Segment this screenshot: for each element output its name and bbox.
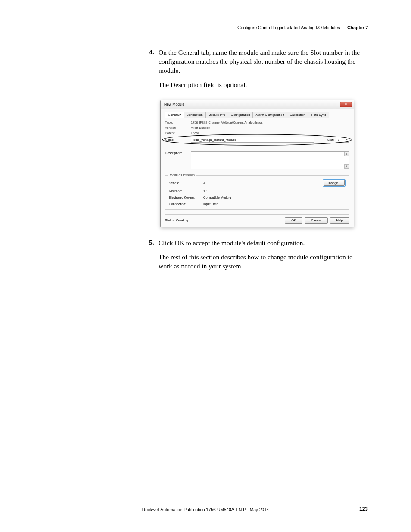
scroll-down-icon[interactable]: ▼: [344, 164, 349, 169]
parent-value: Local: [191, 131, 199, 135]
scroll-up-icon[interactable]: ▲: [344, 152, 349, 156]
new-module-dialog: New Module X General* Connection Module …: [160, 100, 354, 227]
series-label: Series:: [169, 181, 203, 185]
close-icon[interactable]: X: [340, 102, 352, 107]
tab-time-sync[interactable]: Time Sync: [308, 112, 329, 118]
name-label: Name:: [165, 138, 191, 142]
tab-general[interactable]: General*: [165, 112, 184, 118]
vendor-row: Vendor: Allen-Bradley: [165, 126, 349, 130]
change-button[interactable]: Change ...: [324, 180, 345, 186]
keying-value: Compatible Module: [203, 196, 346, 199]
name-slot-callout: Name: Slot: 1 ▼: [162, 136, 352, 143]
step-5-text: Click OK to accept the module's default …: [159, 239, 368, 248]
step-5-subtext: The rest of this section describes how t…: [159, 253, 368, 271]
help-button[interactable]: Help: [330, 217, 349, 224]
revision-value: 1.1: [203, 189, 346, 193]
module-definition-group: Module Definition Series: A Change ... R…: [165, 175, 349, 210]
vendor-label: Vendor:: [165, 126, 191, 130]
running-header: Configure ControlLogix Isolated Analog I…: [237, 25, 368, 30]
step-5-number: 5.: [149, 239, 154, 246]
step-5: 5. Click OK to accept the module's defau…: [159, 239, 368, 271]
connection-value: Input Data: [203, 202, 346, 206]
description-label: Description:: [165, 151, 191, 169]
vendor-value: Allen-Bradley: [191, 126, 210, 130]
step-4: 4. On the General tab, name the module a…: [159, 48, 368, 90]
dialog-tabs: General* Connection Module Info Configur…: [165, 112, 349, 118]
description-row: Description: ▲ ▼: [165, 151, 349, 169]
type-label: Type:: [165, 121, 191, 124]
tab-alarm-configuration[interactable]: Alarm Configuration: [252, 112, 287, 118]
step-4-text: On the General tab, name the module and …: [159, 48, 368, 75]
tab-calibration[interactable]: Calibration: [287, 112, 308, 118]
dialog-titlebar: New Module X: [161, 100, 354, 109]
description-textarea[interactable]: ▲ ▼: [191, 151, 349, 169]
tab-module-info[interactable]: Module Info: [206, 112, 228, 118]
tab-connection[interactable]: Connection: [184, 112, 206, 118]
step-4-number: 4.: [149, 48, 154, 56]
publication-footer: Rockwell Automation Publication 1756-UM5…: [0, 507, 411, 512]
type-value: 1756-IF8I 8 Channel Voltage/Current Anal…: [191, 121, 262, 124]
chevron-down-icon: ▼: [346, 138, 348, 141]
status-text: Status: Creating: [165, 218, 188, 222]
dialog-title: New Module: [164, 102, 184, 106]
slot-select[interactable]: 1 ▼: [336, 137, 349, 143]
name-input[interactable]: [191, 137, 314, 143]
parent-row: Parent: Local: [165, 131, 349, 135]
revision-label: Revision:: [169, 189, 203, 193]
page-number: 123: [359, 506, 368, 512]
parent-label: Parent:: [165, 131, 191, 135]
new-module-dialog-screenshot: New Module X General* Connection Module …: [160, 100, 368, 227]
keying-label: Electronic Keying:: [169, 196, 203, 199]
change-button-focus: Change ...: [323, 179, 346, 187]
connection-label: Connection:: [169, 202, 203, 206]
ok-button[interactable]: OK: [285, 217, 302, 224]
slot-label: Slot:: [327, 138, 334, 142]
series-value: A: [203, 181, 323, 185]
step-4-subtext: The Description field is optional.: [159, 81, 368, 90]
header-rule: [43, 22, 368, 22]
header-chapter: Chapter 7: [347, 25, 368, 30]
type-row: Type: 1756-IF8I 8 Channel Voltage/Curren…: [165, 121, 349, 124]
module-definition-legend: Module Definition: [168, 173, 196, 177]
dialog-footer: Status: Creating OK Cancel Help: [165, 214, 349, 224]
tab-configuration[interactable]: Configuration: [228, 112, 253, 118]
cancel-button[interactable]: Cancel: [305, 217, 327, 224]
slot-value: 1: [338, 138, 339, 142]
header-title: Configure ControlLogix Isolated Analog I…: [237, 25, 340, 30]
